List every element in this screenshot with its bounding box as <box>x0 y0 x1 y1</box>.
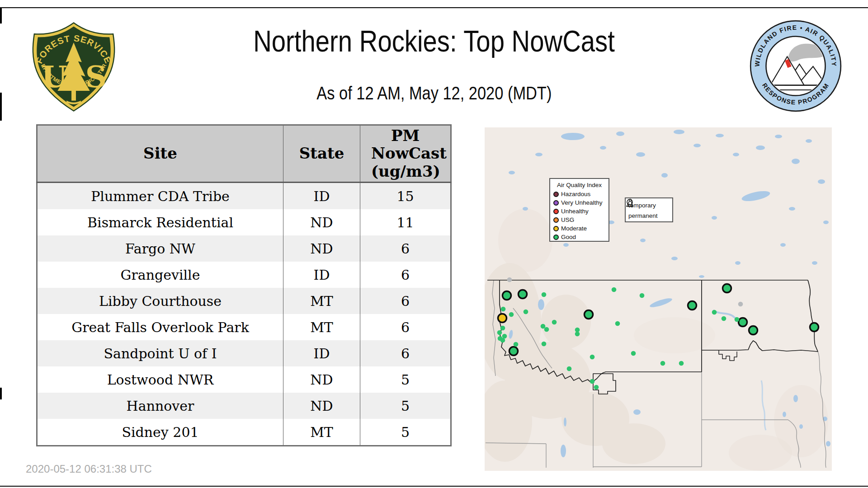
table-row: Sandpoint U of IID6 <box>37 340 451 366</box>
map-canvas <box>485 127 832 471</box>
aqi-legend-item: Moderate <box>553 224 605 233</box>
col-header-pm-nowcast: PM NowCast (ug/m3) <box>360 125 451 183</box>
monitor-dot-permanent-good <box>503 291 511 300</box>
monitor-dot-temporary-good <box>594 385 599 390</box>
monitor-dot-permanent-good <box>749 326 758 335</box>
cell-value: 11 <box>360 209 451 235</box>
monitor-dot-temporary-good <box>567 366 572 371</box>
north-dakota-border <box>702 280 818 352</box>
monitor-dot-temporary-good <box>514 342 519 347</box>
slide-top-border <box>0 7 868 8</box>
cell-state: ND <box>283 393 360 419</box>
cell-value: 6 <box>360 314 451 340</box>
symbol-legend: temporary permanent <box>625 197 673 222</box>
monitor-dot-temporary-good <box>679 361 684 366</box>
aqi-legend-item: USG <box>553 216 605 224</box>
cell-state: MT <box>283 314 360 340</box>
monitor-dot-permanent-good <box>519 290 527 299</box>
aqi-color-dot-icon <box>553 192 559 197</box>
aqi-legend-item: Good <box>553 233 605 241</box>
monitor-dot-temporary-good <box>735 317 740 322</box>
monitor-dot-temporary-nodata <box>507 277 512 282</box>
aqi-legend: Air Quality Index HazardousVery Unhealth… <box>549 178 609 242</box>
monitor-dot-temporary-good <box>542 342 547 347</box>
monitor-dot-permanent-good <box>585 310 593 319</box>
slide-left-border <box>0 388 2 399</box>
monitor-dot-temporary-good <box>509 312 514 317</box>
monitor-dot-temporary-good <box>590 379 595 384</box>
monitor-dot-permanent-good <box>723 284 731 293</box>
wfaqrp-logo: WILDLAND FIRE • AIR QUALITY RESPONSE PRO… <box>749 19 843 113</box>
monitor-dot-temporary-good <box>552 320 557 325</box>
aqi-legend-item: Very Unhealthy <box>553 198 605 207</box>
monitor-dot-temporary-good <box>544 327 549 332</box>
monitor-dot-temporary-good <box>640 293 645 298</box>
page-title: Northern Rockies: Top NowCast <box>0 23 868 58</box>
cell-state: ID <box>283 262 360 288</box>
monitor-dot-temporary-good <box>615 321 620 326</box>
cell-site: Lostwood NWR <box>37 366 283 393</box>
cell-value: 5 <box>360 393 451 419</box>
monitor-dot-permanent-good <box>509 347 518 356</box>
monitor-dot-temporary-good <box>612 287 617 292</box>
terrain-shading <box>485 209 828 471</box>
table-row: HannoverND5 <box>37 393 451 419</box>
cell-value: 15 <box>360 183 451 210</box>
monitor-dot-temporary-good <box>660 361 665 366</box>
park-boundary-trnp <box>719 350 737 361</box>
col-header-state: State <box>283 125 360 183</box>
aqi-color-dot-icon <box>553 200 559 206</box>
table-row: Great Falls Overlook ParkMT6 <box>37 314 451 340</box>
monitor-dot-temporary-good <box>541 324 546 329</box>
table-row: Fargo NWND6 <box>37 235 451 262</box>
monitor-dot-temporary-nodata <box>738 302 743 307</box>
cell-value: 6 <box>360 288 451 314</box>
cell-value: 6 <box>360 235 451 262</box>
monitor-dot-permanent-good <box>739 318 747 327</box>
cell-value: 5 <box>360 366 451 393</box>
cell-state: MT <box>283 288 360 314</box>
cell-state: ID <box>283 183 360 210</box>
aqi-legend-label: Good <box>561 234 576 240</box>
cell-site: Libby Courthouse <box>37 288 283 314</box>
logo-inner-circle <box>766 36 825 95</box>
table-row: GrangevilleID6 <box>37 262 451 288</box>
cell-state: ND <box>283 366 360 393</box>
aqi-legend-label: USG <box>561 216 574 223</box>
cell-site: Grangeville <box>37 262 283 288</box>
monitor-dot-temporary-good <box>500 338 505 343</box>
aqi-legend-label: Very Unhealthy <box>561 199 603 206</box>
table-row: Plummer CDA TribeID15 <box>37 183 451 210</box>
aqi-color-dot-icon <box>553 217 559 223</box>
cell-value: 6 <box>360 262 451 288</box>
cell-site: Great Falls Overlook Park <box>37 314 283 340</box>
permanent-monitor-icon <box>626 198 634 207</box>
aqi-legend-label: Hazardous <box>561 191 590 197</box>
cell-site: Sandpoint U of I <box>37 340 283 366</box>
monitor-dot-temporary-good <box>590 355 595 360</box>
col-header-site: Site <box>37 125 283 183</box>
aqi-legend-label: Moderate <box>561 225 587 232</box>
cell-site: Bismarck Residential <box>37 209 283 235</box>
monitor-dot-permanent-good <box>810 323 819 332</box>
cell-site: Fargo NW <box>37 235 283 262</box>
cell-state: ND <box>283 209 360 235</box>
aqi-legend-items: HazardousVery UnhealthyUnhealthyUSGModer… <box>553 190 605 241</box>
aqi-color-dot-icon <box>553 209 559 214</box>
table-row: Libby CourthouseMT6 <box>37 288 451 314</box>
aqi-legend-item: Unhealthy <box>553 207 605 216</box>
cell-state: ID <box>283 340 360 366</box>
permanent-label: permanent <box>628 212 658 219</box>
cell-site: Sidney 201 <box>37 419 283 446</box>
monitor-dot-temporary-good <box>575 332 580 337</box>
aqi-color-dot-icon <box>553 235 559 240</box>
monitor-dot-temporary-good <box>722 316 726 321</box>
cell-value: 6 <box>360 340 451 366</box>
monitor-dot-temporary-good <box>500 326 505 331</box>
aqi-legend-item: Hazardous <box>553 190 605 198</box>
monitor-dot-temporary-good <box>712 310 717 315</box>
monitor-dot-permanent-moderate <box>498 314 507 323</box>
aqi-color-dot-icon <box>553 226 559 231</box>
cell-site: Plummer CDA Tribe <box>37 183 283 210</box>
table-row: Sidney 201MT5 <box>37 419 451 446</box>
